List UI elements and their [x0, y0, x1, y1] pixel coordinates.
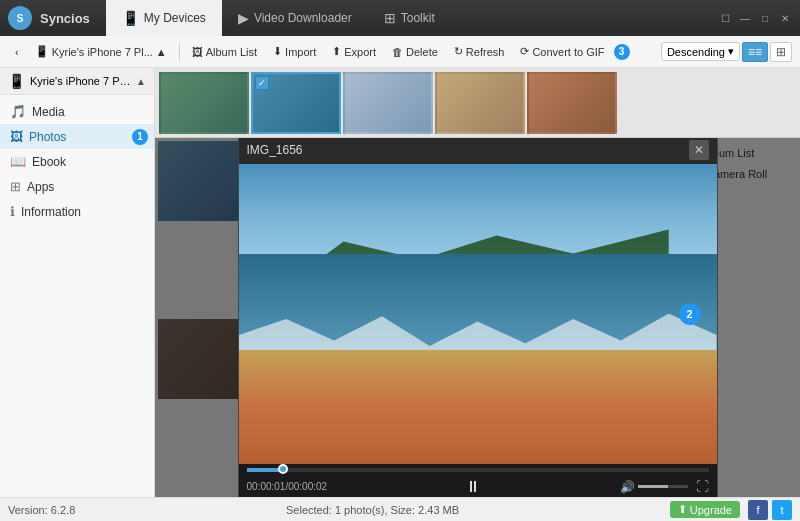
ebook-icon: 📖 — [10, 154, 26, 169]
app-logo: S — [8, 6, 32, 30]
modal-video: 2 — [239, 164, 717, 464]
album-icon: 🖼 — [192, 46, 203, 58]
volume-bar[interactable] — [638, 485, 688, 488]
tab-toolkit[interactable]: ⊞ Toolkit — [368, 0, 451, 36]
window-controls: ☐ — □ ✕ — [718, 11, 792, 25]
arrow-icon: ▲ — [136, 76, 146, 87]
toolbar-back[interactable]: ‹ — [8, 43, 26, 61]
maximize-button[interactable]: □ — [758, 11, 772, 25]
device-name: Kyrie's iPhone 7 Pl... — [30, 75, 131, 87]
sidebar: 📱 Kyrie's iPhone 7 Pl... ▲ 🎵 Media 🖼 Pho… — [0, 68, 155, 497]
upgrade-button[interactable]: ⬆ Upgrade — [670, 501, 740, 518]
toolbar-album-list[interactable]: 🖼 Album List — [185, 43, 264, 61]
apps-icon: ⊞ — [10, 179, 21, 194]
tab-video-downloader[interactable]: ▶ Video Downloader — [222, 0, 368, 36]
photos-icon: 🖼 — [10, 129, 23, 144]
sidebar-items: 🎵 Media 🖼 Photos 1 📖 Ebook ⊞ Apps ℹ Info… — [0, 95, 154, 228]
grid-icon: ⊞ — [384, 10, 396, 26]
current-time: 00:00:01/00:00:02 — [247, 481, 328, 492]
device-icon: 📱 — [35, 45, 49, 58]
device-header[interactable]: 📱 Kyrie's iPhone 7 Pl... ▲ — [0, 68, 154, 95]
modal-title: IMG_1656 — [247, 143, 303, 157]
sidebar-item-information[interactable]: ℹ Information — [0, 199, 154, 224]
toolbar-device-name[interactable]: 📱 Kyrie's iPhone 7 Pl... ▲ — [28, 42, 174, 61]
toolbar-convert-gif[interactable]: ⟳ Convert to GIF — [513, 42, 611, 61]
import-icon: ⬇ — [273, 45, 282, 58]
gif-icon: ⟳ — [520, 45, 529, 58]
chevron-down-icon: ▾ — [728, 45, 734, 58]
info-icon: ℹ — [10, 204, 15, 219]
toolbar-badge: 3 — [614, 44, 630, 60]
photo-check: ✓ — [255, 76, 269, 90]
photo-strip: ✓ — [155, 68, 800, 138]
modal-header: IMG_1656 ✕ — [239, 138, 717, 164]
controls-right: 🔊 ⛶ — [620, 479, 709, 494]
refresh-icon: ↻ — [454, 45, 463, 58]
progress-thumb[interactable] — [278, 464, 288, 474]
export-icon: ⬆ — [332, 45, 341, 58]
video-badge-2: 2 — [679, 303, 701, 325]
toolbar-import[interactable]: ⬇ Import — [266, 42, 323, 61]
video-content — [239, 164, 717, 464]
content-grid: deleted photo 🖼 Album List 📷 Camera Roll — [155, 138, 800, 497]
video-modal: IMG_1656 ✕ 2 — [238, 138, 718, 497]
main-layout: 📱 Kyrie's iPhone 7 Pl... ▲ 🎵 Media 🖼 Pho… — [0, 68, 800, 497]
sidebar-item-media[interactable]: 🎵 Media — [0, 99, 154, 124]
toolbar: ‹ 📱 Kyrie's iPhone 7 Pl... ▲ 🖼 Album Lis… — [0, 36, 800, 68]
volume-icon: 🔊 — [620, 480, 635, 494]
photo-thumb-1[interactable] — [159, 72, 249, 134]
photo-thumb-2[interactable]: ✓ — [251, 72, 341, 134]
sidebar-item-photos[interactable]: 🖼 Photos 1 — [0, 124, 154, 149]
toolbar-refresh[interactable]: ↻ Refresh — [447, 42, 512, 61]
play-pause-button[interactable]: ⏸ — [465, 478, 481, 496]
view-toggle: ≡≡ ⊞ — [742, 42, 792, 62]
device-icon: 📱 — [8, 73, 25, 89]
statusbar-right: ⬆ Upgrade f t — [670, 500, 792, 520]
modal-overlay: IMG_1656 ✕ 2 — [155, 138, 800, 497]
settings-button[interactable]: ☐ — [718, 11, 732, 25]
list-view-button[interactable]: ≡≡ — [742, 42, 768, 62]
media-icon: 🎵 — [10, 104, 26, 119]
modal-close-button[interactable]: ✕ — [689, 140, 709, 160]
back-icon: ‹ — [15, 46, 19, 58]
progress-bar[interactable] — [247, 468, 709, 472]
sort-dropdown[interactable]: Descending ▾ — [661, 42, 740, 61]
volume-control[interactable]: 🔊 — [620, 480, 688, 494]
play-icon: ▶ — [238, 10, 249, 26]
titlebar: S Syncios 📱 My Devices ▶ Video Downloade… — [0, 0, 800, 36]
toolbar-export[interactable]: ⬆ Export — [325, 42, 383, 61]
grid-view-button[interactable]: ⊞ — [770, 42, 792, 62]
close-button[interactable]: ✕ — [778, 11, 792, 25]
version-label: Version: 6.2.8 — [8, 504, 75, 516]
statusbar: Version: 6.2.8 Selected: 1 photo(s), Siz… — [0, 497, 800, 521]
selected-info: Selected: 1 photo(s), Size: 2.43 MB — [286, 504, 459, 516]
tab-my-devices[interactable]: 📱 My Devices — [106, 0, 222, 36]
phone-icon: 📱 — [122, 10, 139, 26]
fullscreen-button[interactable]: ⛶ — [696, 479, 709, 494]
photo-thumb-3[interactable] — [343, 72, 433, 134]
volume-fill — [638, 485, 668, 488]
beach-sand — [239, 350, 717, 464]
social-icons: f t — [748, 500, 792, 520]
twitter-button[interactable]: t — [772, 500, 792, 520]
photos-badge: 1 — [132, 129, 148, 145]
upgrade-icon: ⬆ — [678, 503, 687, 516]
controls-row: 00:00:01/00:00:02 ⏸ 🔊 ⛶ — [247, 478, 709, 496]
sidebar-item-ebook[interactable]: 📖 Ebook — [0, 149, 154, 174]
sidebar-item-apps[interactable]: ⊞ Apps — [0, 174, 154, 199]
divider — [179, 43, 180, 61]
delete-icon: 🗑 — [392, 46, 403, 58]
facebook-button[interactable]: f — [748, 500, 768, 520]
titlebar-tabs: 📱 My Devices ▶ Video Downloader ⊞ Toolki… — [106, 0, 718, 36]
modal-controls: 00:00:01/00:00:02 ⏸ 🔊 ⛶ — [239, 464, 717, 498]
content-area: ✓ deleted photo — [155, 68, 800, 497]
chevron-icon: ▲ — [156, 46, 167, 58]
app-name: Syncios — [40, 11, 90, 26]
toolbar-delete[interactable]: 🗑 Delete — [385, 43, 445, 61]
photo-thumb-5[interactable] — [527, 72, 617, 134]
photo-thumb-4[interactable] — [435, 72, 525, 134]
minimize-button[interactable]: — — [738, 11, 752, 25]
